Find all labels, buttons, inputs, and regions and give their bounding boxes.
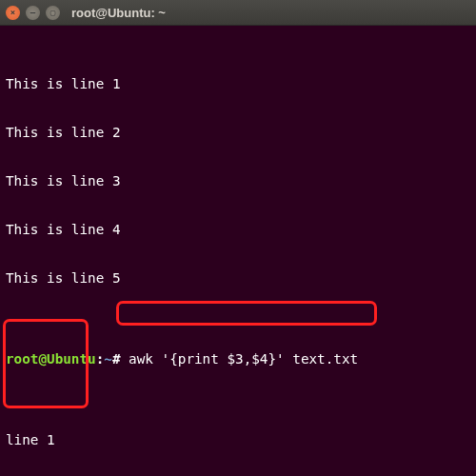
window-title: root@Ubuntu: ~	[71, 6, 166, 20]
output-line: This is line 4	[6, 222, 470, 238]
prompt-line: root@Ubuntu:~# awk '{print $3,$4}' text.…	[6, 351, 470, 367]
command-text: awk '{print $3,$4}' text.txt	[121, 351, 359, 367]
terminal-body[interactable]: This is line 1 This is line 2 This is li…	[0, 26, 476, 476]
prompt-user-host: root@Ubuntu	[6, 351, 96, 367]
close-icon[interactable]: ×	[6, 6, 20, 20]
terminal-window: × – ▢ root@Ubuntu: ~ This is line 1 This…	[0, 0, 476, 476]
output-line: This is line 3	[6, 173, 470, 189]
annotation-highlight-command	[116, 301, 377, 326]
maximize-icon[interactable]: ▢	[46, 6, 60, 20]
output-line: This is line 2	[6, 125, 470, 141]
titlebar: × – ▢ root@Ubuntu: ~	[0, 0, 476, 26]
output-line: This is line 5	[6, 270, 470, 287]
prompt-sep: :	[96, 351, 105, 367]
prompt-symbol: #	[112, 351, 121, 367]
minimize-icon[interactable]: –	[26, 6, 40, 20]
output-line: This is line 1	[6, 76, 470, 92]
output-line: line 1	[6, 432, 470, 448]
prompt-path: ~	[104, 351, 112, 367]
